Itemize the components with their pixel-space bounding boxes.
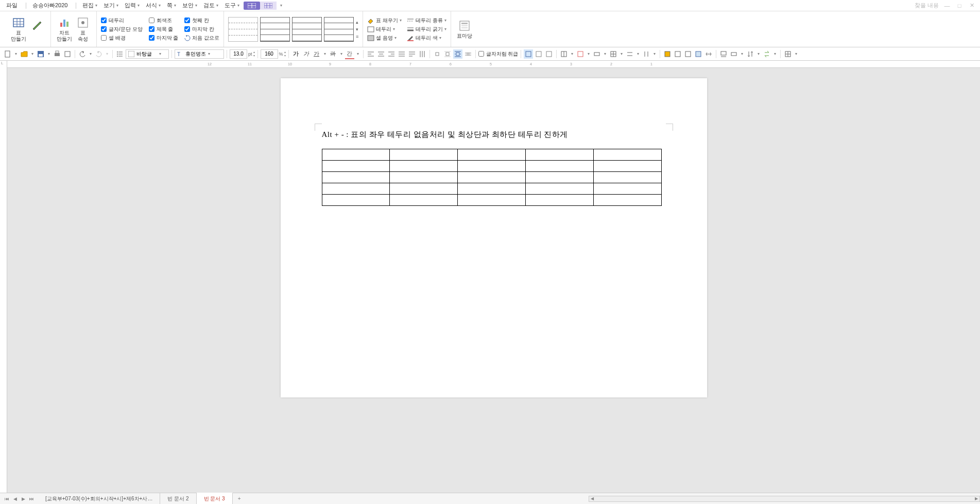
menu-view[interactable]: 보기▾ (101, 1, 121, 10)
style-prev[interactable]: ▴ (356, 20, 358, 25)
distribute-rows-button[interactable] (625, 49, 634, 59)
preview-button[interactable] (63, 49, 72, 59)
insert-col-dropdown[interactable]: ▾ (570, 49, 575, 59)
menu-page[interactable]: 쪽▾ (165, 1, 178, 10)
dist-rows-dropdown[interactable]: ▾ (635, 49, 641, 59)
cell-range-button[interactable] (783, 49, 793, 59)
window-close[interactable]: ✕ (968, 2, 976, 10)
table-style-4[interactable] (324, 17, 354, 42)
wrap-behind-button[interactable] (463, 49, 473, 59)
check-cell-bg[interactable]: 셀 배경 (101, 34, 143, 42)
border-type-button[interactable]: 테두리 종류▾ (407, 17, 446, 24)
sort-button[interactable] (746, 49, 755, 59)
print-button[interactable] (53, 49, 62, 59)
align-center-button[interactable] (376, 49, 386, 59)
table-row[interactable] (322, 161, 661, 172)
wrap-none-button[interactable] (433, 49, 442, 59)
tab-last-button[interactable]: ⏭ (28, 495, 35, 502)
size-down[interactable]: ▾ (253, 54, 255, 58)
border-color-button[interactable]: 테두리 색▾ (407, 34, 446, 42)
caption-button[interactable] (719, 49, 728, 59)
convert-dropdown[interactable]: ▾ (772, 49, 778, 59)
menu-file[interactable]: 파일 (4, 1, 20, 10)
table-row[interactable] (322, 172, 661, 183)
check-last-col[interactable]: 마지막 칸 (184, 26, 219, 33)
wrap-tight-button[interactable] (453, 49, 462, 59)
search-placeholder[interactable]: 찾을 내용 (915, 2, 939, 9)
check-header-row[interactable]: 제목 줄 (149, 26, 179, 33)
check-first-col[interactable]: 첫째 칸 (184, 17, 219, 24)
edit-table-button[interactable] (28, 14, 46, 45)
insert-col-left-button[interactable] (559, 49, 569, 59)
font-combo[interactable]: T휴먼명조▾ (175, 49, 224, 59)
align-right-button[interactable] (387, 49, 396, 59)
redo-button[interactable] (94, 49, 104, 59)
undo-button[interactable] (78, 49, 87, 59)
dist-cols-dropdown[interactable]: ▾ (652, 49, 657, 59)
reset-default-button[interactable]: 처음 값으로 (184, 34, 219, 42)
table-template-button[interactable]: 표마당 (455, 14, 474, 45)
new-doc-button[interactable] (3, 49, 12, 59)
style-combo[interactable]: 바탕글▾ (126, 49, 169, 59)
wrap-opt1-button[interactable] (524, 49, 533, 59)
size-up[interactable]: ▴ (253, 50, 255, 54)
menu-input[interactable]: 입력▾ (123, 1, 142, 10)
table-border-button[interactable]: 테두리▾ (367, 26, 402, 33)
table-properties-button[interactable]: 표속성 (74, 14, 92, 45)
scroll-right-button[interactable]: ▶ (973, 496, 979, 501)
cell-margin-button[interactable] (663, 49, 672, 59)
table-row[interactable] (322, 195, 661, 206)
menu-review[interactable]: 검토▾ (201, 1, 220, 10)
create-table-button[interactable]: 표만들기 (9, 14, 28, 45)
wrap-opt3-button[interactable] (544, 49, 554, 59)
menu-tools[interactable]: 도구▾ (222, 1, 242, 10)
autofit-button[interactable] (704, 49, 713, 59)
cell-height-button[interactable] (683, 49, 693, 59)
save-button[interactable] (36, 49, 45, 59)
align-vdist-button[interactable] (418, 49, 427, 59)
horizontal-scrollbar[interactable]: ◀ ▶ (589, 496, 980, 502)
undo-dropdown[interactable]: ▾ (88, 49, 93, 59)
underline-dropdown[interactable]: ▾ (322, 49, 328, 59)
save-dropdown[interactable]: ▾ (46, 49, 51, 59)
menu-brand[interactable]: 승승아빠2020 (30, 1, 70, 10)
table-row[interactable] (322, 149, 661, 161)
add-tab-button[interactable]: + (233, 494, 246, 503)
select-cell-button[interactable] (694, 49, 703, 59)
split-cells-button[interactable] (609, 49, 618, 59)
split-dropdown[interactable]: ▾ (619, 49, 624, 59)
doc-tab-2[interactable]: 빈 문서 2 (160, 493, 196, 505)
tab-first-button[interactable]: ⏮ (3, 495, 10, 502)
zoom-up[interactable]: ▴ (284, 50, 286, 54)
zoom-input[interactable]: %▴▾ (261, 49, 286, 59)
treat-as-char-check[interactable]: 글자처럼 취급 (478, 50, 519, 58)
table-style-1[interactable] (228, 17, 258, 42)
open-dropdown[interactable]: ▾ (30, 49, 35, 59)
ribbon-tab-dropdown[interactable]: ▾ (277, 2, 284, 9)
open-button[interactable] (20, 49, 29, 59)
window-maximize[interactable]: □ (955, 2, 964, 10)
font-color-dropdown[interactable]: ▾ (355, 49, 360, 59)
document-table[interactable] (322, 149, 662, 206)
ribbon-tab-table-design[interactable] (244, 2, 260, 10)
tab-prev-button[interactable]: ◀ (11, 495, 19, 502)
menu-security[interactable]: 보안▾ (180, 1, 199, 10)
tab-next-button[interactable]: ▶ (20, 495, 27, 502)
align-justify-button[interactable] (397, 49, 406, 59)
check-grayscale[interactable]: 회색조 (149, 17, 179, 24)
list-button[interactable] (115, 49, 125, 59)
wrap-square-button[interactable] (443, 49, 452, 59)
window-minimize[interactable]: — (943, 2, 951, 10)
table-style-2[interactable] (260, 17, 290, 42)
delete-col-button[interactable] (576, 49, 585, 59)
italic-button[interactable]: 가 (302, 49, 311, 59)
wrap-opt2-button[interactable] (534, 49, 543, 59)
redo-dropdown[interactable]: ▾ (105, 49, 110, 59)
table-style-3[interactable] (292, 17, 322, 42)
merge-dropdown[interactable]: ▾ (603, 49, 608, 59)
bold-button[interactable]: 가 (291, 49, 301, 59)
formula-button[interactable] (729, 49, 738, 59)
doc-tab-3[interactable]: 빈 문서 3 (197, 492, 233, 505)
zoom-down[interactable]: ▾ (284, 54, 286, 58)
style-next[interactable]: ▾ (356, 27, 358, 32)
